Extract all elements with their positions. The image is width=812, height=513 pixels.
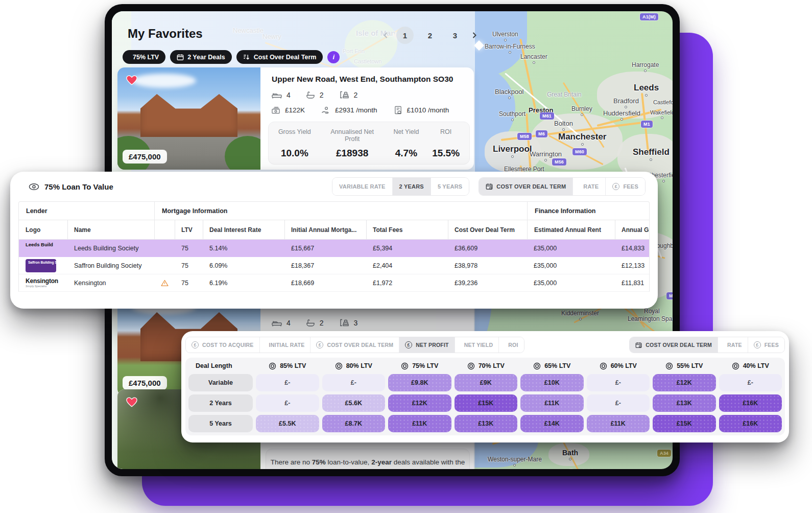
stat-value: 15.5% (432, 148, 460, 159)
saffron-logo: Saffron Building Society (26, 259, 56, 272)
rent-per-month: £2931 /month (321, 106, 377, 114)
heart-icon[interactable] (125, 395, 138, 408)
gross-cell: £11,831 (615, 274, 650, 292)
ltv-panel-header: 75% Loan To Value VARIABLE RATE 2 YEARS … (10, 172, 658, 201)
table-row[interactable]: Kensington Simply Specialist Kensington … (19, 274, 650, 292)
road-badge: M61 (540, 112, 554, 120)
chevron-right-icon[interactable] (471, 32, 477, 39)
gross-cell: £14,833 (615, 240, 650, 257)
no-deals-note: There are no 75% loan-to-value, 2-year d… (266, 449, 470, 469)
tab-fees[interactable]: FEES (748, 337, 784, 353)
target-icon (269, 362, 276, 370)
heart-icon[interactable] (125, 74, 138, 86)
group-header-lender: Lender (19, 202, 154, 220)
map-city-label: Burnley (571, 105, 592, 116)
page-number-1[interactable]: 1 (396, 27, 414, 44)
bed-icon (272, 319, 282, 327)
cost-cell: £38,978 (448, 257, 527, 274)
tab-5-years[interactable]: 5 YEARS (431, 178, 469, 195)
note-text: loan-to-value, (326, 458, 371, 466)
btn-net-profit[interactable]: NET PROFIT (399, 337, 455, 353)
initial-cell: £15,667 (284, 240, 366, 257)
pound-icon (316, 341, 323, 348)
filter-chip-label: 75% LTV (133, 54, 159, 61)
rate-cell: 6.09% (203, 257, 284, 274)
calendar-icon (486, 183, 493, 190)
kensington-logo-text: Kensington (26, 278, 58, 284)
tab-cost-over-deal-term[interactable]: COST OVER DEAL TERM (630, 337, 718, 353)
map-city-label: Royal (644, 308, 660, 315)
road-badge: M1 (641, 121, 653, 128)
property-card[interactable]: £475,000 Upper New Road, West End, South… (117, 67, 474, 170)
road-badge: M6 (536, 130, 547, 137)
baths-count: 2 (320, 319, 324, 327)
ltv-comparison-panel: 75% Loan To Value VARIABLE RATE 2 YEARS … (10, 172, 658, 309)
map-city-label: Castleford (653, 99, 673, 105)
matrix-cell: £13K (653, 394, 716, 412)
road-badge: M58 (517, 133, 532, 140)
baths-count: 2 (320, 91, 324, 99)
note-bold: 2-year (371, 458, 392, 466)
matrix-cell: £9K (455, 374, 518, 391)
btn-cost-over-deal-term[interactable]: COST OVER DEAL TERM (310, 337, 399, 353)
matrix-row-2-years: 2 Years £- £5.6K £12K £15K £11K £- £13K … (188, 394, 782, 412)
metric-button-group: COST TO ACQUIRE INITIAL RATE COST OVER D… (185, 337, 524, 353)
map-city-label: Kidderminster (561, 310, 599, 320)
col-ltv: LTV (175, 220, 203, 240)
btn-label: ROI (508, 342, 518, 348)
btn-initial-rate[interactable]: INITIAL RATE (259, 337, 311, 353)
tab-rate[interactable]: RATE (572, 178, 605, 195)
tab-2-years[interactable]: 2 YEARS (392, 178, 431, 195)
map-city-label: Sheffield (633, 147, 670, 161)
initial-cell: £18,367 (284, 257, 366, 274)
col-65-ltv: 65% LTV (520, 358, 584, 374)
reception-icon (339, 318, 349, 327)
btn-net-yield[interactable]: NET YIELD (455, 337, 499, 353)
stat-value: £18938 (336, 148, 368, 159)
page-number-3[interactable]: 3 (446, 27, 464, 44)
baths: 2 (306, 91, 324, 99)
fees-cell: £1,972 (366, 274, 448, 292)
chevron-left-icon[interactable] (383, 32, 389, 39)
info-button[interactable]: i (327, 51, 340, 63)
beds: 4 (272, 319, 291, 327)
stat-roi: ROI 15.5% (432, 128, 460, 159)
tab-rate[interactable]: RATE (718, 337, 748, 353)
page-number-2[interactable]: 2 (421, 27, 439, 44)
note-text: There are no (271, 458, 312, 466)
tab-fees[interactable]: FEES (605, 178, 645, 195)
table-row[interactable]: Saffron Building Society Saffron Buildin… (19, 257, 650, 274)
cash-needed-value: £122K (285, 106, 305, 114)
col-estimated-annual-rent: Estimated Annual Rent (527, 220, 615, 240)
cost-cell: £36,609 (448, 240, 527, 257)
col-cost-over-deal-term: Cost Over Deal Term (448, 220, 527, 240)
matrix-cell: £15K (653, 415, 716, 432)
calendar-icon (635, 342, 642, 348)
tab-variable-rate[interactable]: VARIABLE RATE (332, 178, 392, 195)
matrix-cell: £- (256, 374, 319, 391)
btn-cost-to-acquire[interactable]: COST TO ACQUIRE (186, 337, 259, 353)
rent-cell: £35,000 (527, 240, 615, 257)
matrix-cell: £13K (455, 415, 518, 432)
lender-name: Leeds Building Society (67, 240, 154, 257)
btn-roi[interactable]: ROI (498, 337, 523, 353)
matrix-cell: £11K (587, 415, 650, 432)
tab-cost-over-deal-term[interactable]: COST OVER DEAL TERM (479, 178, 572, 195)
amenities-row: 4 2 3 (272, 318, 470, 327)
table-row[interactable]: Leeds Building Society Leeds Building So… (19, 240, 650, 257)
ltv-matrix: Deal Length 85% LTV 80% LTV 75% LTV 70% … (185, 358, 785, 435)
page-title: My Favorites (128, 27, 203, 41)
ltv-matrix-panel: COST TO ACQUIRE INITIAL RATE COST OVER D… (181, 331, 789, 442)
filter-chip-sort[interactable]: Cost Over Deal Term (236, 50, 323, 64)
note-text: deals available with the (392, 458, 465, 466)
filter-chip-ltv[interactable]: 75% LTV (123, 50, 165, 64)
col-60-ltv: 60% LTV (587, 358, 650, 374)
eye-icon (29, 183, 39, 191)
matrix-cell: £11K (520, 394, 584, 412)
btn-label: NET PROFIT (416, 342, 449, 348)
matrix-cell: £8.7K (322, 415, 386, 432)
fees-cell: £2,404 (366, 257, 448, 274)
filter-chip-term[interactable]: 2 Year Deals (170, 50, 231, 64)
lender-logo: Leeds Building Society (19, 240, 67, 257)
col-40-ltv: 40% LTV (719, 358, 782, 374)
